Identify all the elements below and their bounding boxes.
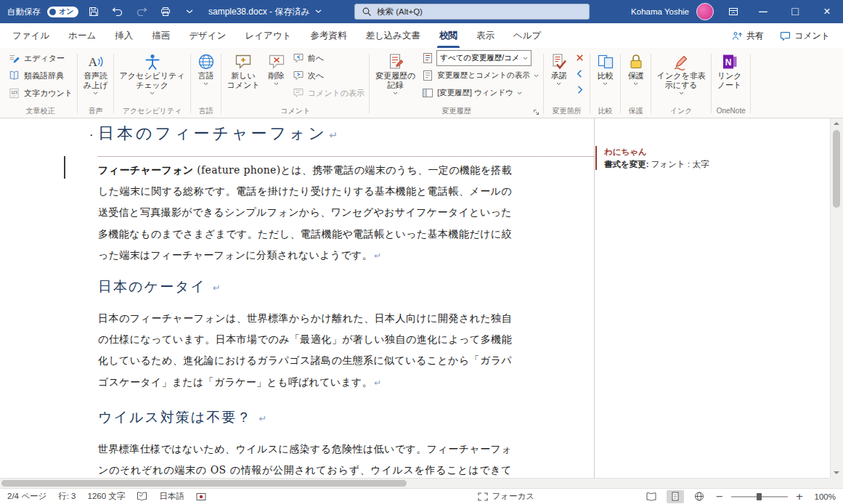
tab-help[interactable]: ヘルプ [504,23,550,48]
share-button[interactable]: 共有 [726,27,770,45]
horizontal-scrollbar-thumb[interactable] [1,480,407,487]
macro-record-icon[interactable] [196,492,206,501]
avatar[interactable] [696,3,714,20]
changed-line-bar [64,156,65,179]
page-indicator[interactable]: 2/4 ページ [7,491,46,502]
read-aloud-label: 音声読 み上げ [84,71,108,90]
new-comment-label: 新しい コメント [227,71,260,90]
zoom-level[interactable]: 100% [811,492,836,501]
vertical-scrollbar[interactable] [830,118,843,478]
compare-button[interactable]: 比較 [592,49,619,86]
revision-connector-line [98,156,594,157]
zoom-in-button[interactable]: + [794,491,805,502]
linked-notes-label: リンク ノート [717,71,742,90]
accept-button[interactable]: 承諾 [546,49,572,86]
zoom-slider-thumb[interactable] [757,493,762,500]
document-canvas[interactable]: ・ 日本のフィーチャーフォン ↵ フィーチャーフォン (feature phon… [0,118,830,478]
proofing-status-icon[interactable] [137,492,147,501]
next-change-button[interactable] [572,81,588,97]
print-layout-icon [671,492,680,501]
zoom-out-button[interactable]: − [714,491,725,502]
user-name[interactable]: Kohama Yoshie [631,7,689,16]
tracked-bold-text: フィーチャーフォン [98,164,194,176]
next-comment-button[interactable]: 次へ [290,67,367,84]
delete-comment-button[interactable]: 削除 [264,49,290,86]
hide-ink-button[interactable]: インクを非表 示にする [653,49,709,95]
redo-button[interactable] [133,3,150,20]
word-count-indicator[interactable]: 1260 文字 [88,491,126,502]
tab-view[interactable]: 表示 [467,23,504,48]
line-indicator[interactable]: 行: 3 [58,491,76,502]
tab-draw[interactable]: 描画 [142,23,179,48]
customize-quick-access-button[interactable] [181,3,198,20]
revision-description[interactable]: 書式を変更: フォント : 太字 [604,159,709,170]
compare-icon [596,52,615,71]
svg-text:N: N [725,57,731,68]
focus-button[interactable]: フォーカス [478,491,534,502]
editor-button[interactable]: エディター [5,49,68,67]
tab-design[interactable]: デザイン [179,23,235,48]
vertical-scrollbar-thumb[interactable] [833,130,840,208]
tab-insert[interactable]: 挿入 [105,23,142,48]
minimize-button[interactable]: ─ [747,0,779,23]
protect-button[interactable]: 保護 [623,49,649,86]
scroll-up-icon[interactable] [833,121,840,126]
horizontal-scrollbar[interactable] [0,478,830,488]
word-count-button[interactable]: 123 文字カウント [5,84,76,102]
show-markup-button[interactable]: 変更履歴とコメントの表示 [419,67,541,84]
minimize-icon: ─ [759,5,767,18]
comments-button[interactable]: コメント [774,27,836,45]
heading-2-text: 日本のケータイ [98,279,206,294]
chevron-down-icon [274,82,279,86]
read-mode-button[interactable] [643,490,660,503]
tab-home[interactable]: ホーム [59,23,105,48]
group-label-changes: 変更箇所 [546,106,588,118]
new-comment-button[interactable]: 新しい コメント [224,49,264,90]
tab-layout[interactable]: レイアウト [235,23,301,48]
compare-label: 比較 [598,71,614,81]
tab-references[interactable]: 参考資料 [301,23,356,48]
group-changes: 承諾 変更箇所 [544,49,590,118]
share-label: 共有 [746,30,764,42]
revision-action: 書式を変更: [604,160,649,168]
revision-author[interactable]: わにちゃん [604,147,647,158]
quick-print-button[interactable] [157,3,174,20]
print-layout-button[interactable] [667,490,684,503]
word-count-label: 文字カウント [24,88,73,99]
zoom-slider[interactable] [731,490,788,503]
thesaurus-button[interactable]: 類義語辞典 [5,67,67,84]
reject-change-button[interactable] [572,49,588,65]
reviewing-pane-button[interactable]: [変更履歴] ウィンドウ [419,84,541,102]
web-layout-button[interactable] [691,490,708,503]
group-label-ink: インク [653,106,709,118]
search-box[interactable]: 検索 (Alt+Q) [354,4,590,20]
tab-mailings[interactable]: 差し込み文書 [356,23,430,48]
read-aloud-button[interactable]: A 音声読 み上げ [80,49,112,95]
track-changes-button[interactable]: 変更履歴の 記録 [372,49,419,95]
maximize-button[interactable]: □ [779,0,811,23]
undo-button[interactable] [109,3,126,20]
autosave-label: 自動保存 [7,7,41,17]
show-comments-button[interactable]: コメントの表示 [290,84,367,102]
share-icon [732,31,743,41]
ribbon-display-options-button[interactable] [722,0,744,23]
language-button[interactable]: 言語 [193,49,219,86]
document-title[interactable]: sample38.docx - 保存済み [208,0,322,23]
read-aloud-icon: A [86,52,105,71]
accessibility-check-button[interactable]: アクセシビリティ チェック [116,49,189,95]
tab-review[interactable]: 校閲 [430,23,467,48]
close-button[interactable]: × [811,0,843,23]
tab-file[interactable]: ファイル [3,23,59,48]
display-for-review-dropdown[interactable]: すべての変更履歴/コメ [419,49,541,67]
autosave-toggle[interactable]: オン [47,7,78,17]
scroll-down-icon[interactable] [833,471,840,475]
tracking-dialog-launcher[interactable] [532,107,541,116]
chevron-down-icon [203,82,208,86]
previous-comment-button[interactable]: 前へ [290,49,367,67]
save-button[interactable] [85,3,102,20]
hide-ink-label: インクを非表 示にする [657,71,706,90]
language-indicator[interactable]: 日本語 [159,491,184,502]
previous-change-button[interactable] [572,65,588,81]
group-label-comments: コメント [224,106,367,118]
linked-notes-button[interactable]: N リンク ノート [714,49,746,90]
